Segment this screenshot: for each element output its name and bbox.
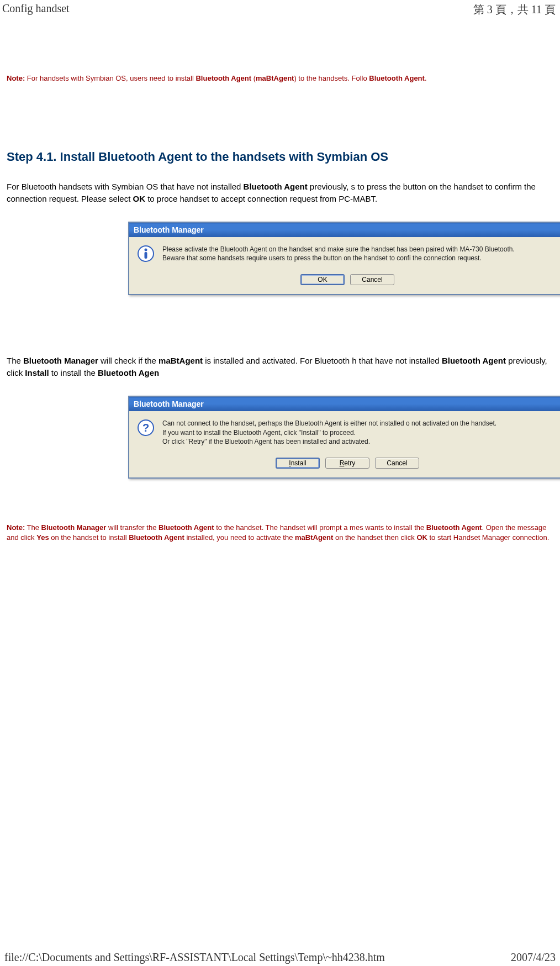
- header-right: 第 3 頁，共 11 頁: [473, 2, 556, 17]
- dialog-buttons: Install Retry Cancel: [129, 454, 560, 477]
- svg-rect-2: [145, 252, 147, 259]
- svg-text:?: ?: [142, 422, 149, 434]
- question-icon: ?: [137, 419, 155, 437]
- dialog-bluetooth-manager-2: Bluetooth Manager ? Can not connect to t…: [128, 396, 560, 479]
- dialog-buttons: OK Cancel: [129, 271, 560, 294]
- page-header: Config handset 第 3 頁，共 11 頁: [0, 0, 560, 19]
- install-button[interactable]: Install: [276, 458, 320, 469]
- spacer: [7, 24, 553, 74]
- dialog-titlebar: Bluetooth Manager: [129, 397, 560, 411]
- dialog-body: ? Can not connect to the handset, perhap…: [129, 411, 560, 454]
- paragraph-2: The Bluetooth Manager will check if the …: [7, 355, 553, 379]
- info-icon: [137, 245, 155, 262]
- dialog-body: Please activate the Bluetooth Agent on t…: [129, 237, 560, 271]
- note-1: Note: For handsets with Symbian OS, user…: [7, 74, 553, 83]
- dialog-title: Bluetooth Manager: [134, 400, 204, 408]
- dialog-text: Can not connect to the handset, perhaps …: [162, 419, 558, 447]
- dialog-title: Bluetooth Manager: [134, 225, 204, 234]
- step-title: Step 4.1. Install Bluetooth Agent to the…: [7, 150, 553, 164]
- spacer: [7, 306, 553, 339]
- note-prefix: Note:: [7, 523, 25, 532]
- paragraph-1: For Bluetooth handsets with Symbian OS t…: [7, 181, 553, 205]
- ok-button[interactable]: OK: [300, 274, 345, 285]
- cancel-button[interactable]: Cancel: [375, 458, 419, 469]
- cancel-button[interactable]: Cancel: [350, 274, 394, 285]
- note-prefix: Note:: [7, 74, 25, 82]
- page-content: Note: For handsets with Symbian OS, user…: [0, 19, 560, 569]
- dialog-bluetooth-manager-1: Bluetooth Manager Please activate the Bl…: [128, 222, 560, 296]
- header-left: Config handset: [2, 2, 70, 17]
- retry-button[interactable]: Retry: [325, 458, 369, 469]
- dialog-titlebar: Bluetooth Manager: [129, 223, 560, 237]
- svg-point-1: [145, 248, 147, 251]
- dialog-text: Please activate the Bluetooth Agent on t…: [162, 245, 558, 264]
- note-2: Note: The Bluetooth Manager will transfe…: [7, 523, 553, 543]
- spacer: [7, 490, 553, 523]
